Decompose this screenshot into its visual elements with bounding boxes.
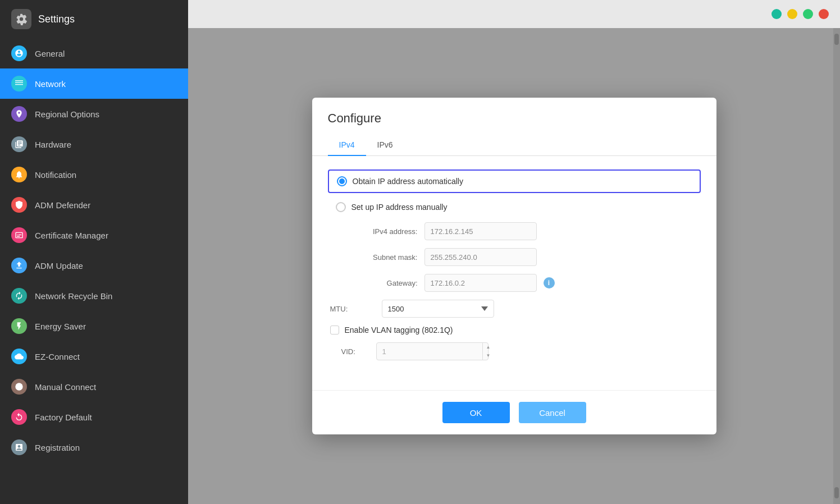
vid-label: VID: xyxy=(341,347,369,356)
vid-spinners: ▲ ▼ xyxy=(482,343,494,360)
gateway-input[interactable] xyxy=(424,274,537,292)
sidebar-item-label: Factory Default xyxy=(35,413,92,422)
radio-label-auto: Obtain IP address automatically xyxy=(353,177,463,186)
radio-circle-manual xyxy=(336,202,346,212)
vid-row: VID: ▲ ▼ xyxy=(341,342,701,360)
sidebar-item-label: Energy Saver xyxy=(35,322,86,331)
sidebar-item-recycle-bin[interactable]: Network Recycle Bin xyxy=(0,281,188,311)
sidebar-item-cert-manager[interactable]: Certificate Manager xyxy=(0,220,188,250)
svg-point-0 xyxy=(15,383,22,390)
notification-icon xyxy=(11,167,27,182)
subnet-mask-label: Subnet mask: xyxy=(345,253,418,262)
cert-icon xyxy=(11,227,27,243)
sidebar-item-label: Regional Options xyxy=(35,109,99,119)
recycle-icon xyxy=(11,288,27,304)
app-title: Settings xyxy=(38,13,75,25)
subnet-mask-row: Subnet mask: xyxy=(345,248,701,266)
sidebar-header: Settings xyxy=(0,0,188,38)
vid-input[interactable] xyxy=(377,347,482,356)
regional-icon xyxy=(11,106,27,122)
configure-modal: Configure IPv4 IPv6 Obtain IP address au… xyxy=(312,98,716,434)
sidebar-item-label: ADM Defender xyxy=(35,200,90,210)
sidebar-item-registration[interactable]: Registration xyxy=(0,432,188,462)
maximize-button[interactable] xyxy=(787,9,797,19)
main-area: Configure IPv4 IPv6 Obtain IP address au… xyxy=(188,0,840,504)
sidebar-item-network[interactable]: Network xyxy=(0,68,188,99)
hardware-icon xyxy=(11,136,27,152)
vid-spinner-up[interactable]: ▲ xyxy=(483,343,494,351)
factory-icon xyxy=(11,409,27,425)
mtu-select[interactable]: 1500 9000 xyxy=(382,300,494,318)
settings-app-icon xyxy=(11,9,31,29)
vid-input-wrap: ▲ ▼ xyxy=(376,342,489,360)
sidebar-item-label: General xyxy=(35,49,65,58)
subnet-mask-input[interactable] xyxy=(424,248,537,266)
vlan-checkbox-row: Enable VLAN tagging (802.1Q) xyxy=(330,326,701,335)
radio-manual[interactable]: Set up IP address manually xyxy=(328,196,701,218)
sidebar-item-energy-saver[interactable]: Energy Saver xyxy=(0,311,188,341)
ip-form: IPv4 address: Subnet mask: Gateway: xyxy=(328,222,701,292)
network-icon xyxy=(11,76,27,91)
modal-footer: OK Cancel xyxy=(312,390,716,434)
sidebar-item-label: Network Recycle Bin xyxy=(35,291,112,301)
adm-update-icon xyxy=(11,258,27,273)
energy-icon xyxy=(11,318,27,334)
tab-ipv6[interactable]: IPv6 xyxy=(366,135,404,156)
general-icon xyxy=(11,45,27,61)
ez-icon xyxy=(11,349,27,364)
sidebar-item-notification[interactable]: Notification xyxy=(0,159,188,190)
modal-body: Obtain IP address automatically Set up I… xyxy=(312,156,716,390)
sidebar-item-label: Certificate Manager xyxy=(35,231,108,240)
sidebar-item-label: Network xyxy=(35,79,66,89)
sidebar-item-label: Notification xyxy=(35,170,76,180)
registration-icon xyxy=(11,439,27,455)
gateway-row: Gateway: i xyxy=(345,274,701,292)
manual-icon xyxy=(11,379,27,395)
adm-defender-icon xyxy=(11,197,27,213)
ipv4-address-input[interactable] xyxy=(424,222,537,240)
sidebar-item-label: ADM Update xyxy=(35,261,83,271)
top-bar xyxy=(188,0,840,28)
sidebar-item-manual-connect[interactable]: Manual Connect xyxy=(0,372,188,402)
sidebar-item-factory-default[interactable]: Factory Default xyxy=(0,402,188,432)
modal-title: Configure xyxy=(312,98,716,135)
radio-obtain-auto[interactable]: Obtain IP address automatically xyxy=(328,169,701,193)
sidebar-item-label: Manual Connect xyxy=(35,382,96,392)
gateway-info-icon[interactable]: i xyxy=(544,277,555,288)
mtu-label: MTU: xyxy=(330,305,375,313)
ipv4-address-label: IPv4 address: xyxy=(345,227,418,236)
radio-circle-auto xyxy=(337,176,347,186)
vid-spinner-down[interactable]: ▼ xyxy=(483,351,494,360)
sidebar-item-label: EZ-Connect xyxy=(35,352,80,361)
content-area: Configure IPv4 IPv6 Obtain IP address au… xyxy=(188,28,840,504)
cancel-button[interactable]: Cancel xyxy=(519,402,586,423)
sidebar-item-adm-defender[interactable]: ADM Defender xyxy=(0,190,188,220)
sidebar: Settings General Network Regional Option… xyxy=(0,0,188,504)
sidebar-item-regional[interactable]: Regional Options xyxy=(0,99,188,129)
fullscreen-button[interactable] xyxy=(803,9,813,19)
close-button[interactable] xyxy=(819,9,829,19)
minimize-button[interactable] xyxy=(771,9,782,19)
ok-button[interactable]: OK xyxy=(442,402,510,423)
sidebar-item-label: Hardware xyxy=(35,140,71,149)
vlan-checkbox[interactable] xyxy=(330,326,339,335)
radio-label-manual: Set up IP address manually xyxy=(351,203,448,212)
gateway-label: Gateway: xyxy=(345,279,418,287)
sidebar-item-ez-connect[interactable]: EZ-Connect xyxy=(0,341,188,372)
vlan-label: Enable VLAN tagging (802.1Q) xyxy=(345,326,453,335)
sidebar-item-general[interactable]: General xyxy=(0,38,188,68)
tab-ipv4[interactable]: IPv4 xyxy=(328,135,366,156)
ipv4-address-row: IPv4 address: xyxy=(345,222,701,240)
sidebar-item-adm-update[interactable]: ADM Update xyxy=(0,250,188,281)
mtu-row: MTU: 1500 9000 xyxy=(330,300,701,318)
sidebar-item-hardware[interactable]: Hardware xyxy=(0,129,188,159)
sidebar-item-label: Registration xyxy=(35,443,80,452)
modal-overlay: Configure IPv4 IPv6 Obtain IP address au… xyxy=(188,28,840,504)
modal-tabs: IPv4 IPv6 xyxy=(312,135,716,156)
